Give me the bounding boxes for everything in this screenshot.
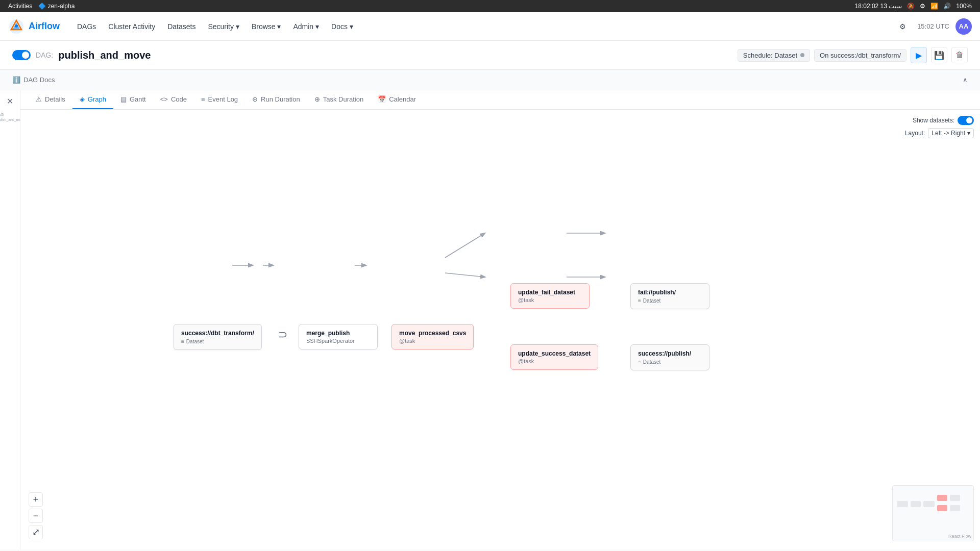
mini-node-7: [950, 505, 960, 511]
mini-map-label: React Flow: [948, 534, 971, 539]
gate-symbol: ⊃: [278, 328, 287, 341]
node-move-csvs-subtitle: @task: [399, 338, 466, 344]
nav-cluster-activity[interactable]: Cluster Activity: [103, 19, 160, 34]
mini-map: React Flow: [892, 485, 974, 541]
nav-avatar[interactable]: AA: [955, 18, 972, 35]
success-dataset-icon: ≡: [638, 359, 641, 365]
zoom-out-button[interactable]: −: [29, 509, 43, 523]
code-icon: <>: [160, 95, 168, 103]
node-dbt-transform-title: success://dbt_transform/: [181, 330, 254, 337]
info-icon: ℹ️: [12, 76, 20, 84]
calendar-icon: 📅: [378, 95, 386, 103]
layout-select[interactable]: Left -> Right ▾: [928, 128, 974, 138]
dag-toggle[interactable]: [12, 50, 31, 60]
tab-event-log[interactable]: ≡ Event Log: [194, 90, 245, 109]
dag-docs-collapse-icon[interactable]: ∧: [963, 76, 968, 84]
node-update-success[interactable]: update_success_dataset @task: [510, 344, 598, 370]
schedule-badge: Schedule: Dataset: [738, 49, 810, 62]
dag-content: ⚠ Details ◈ Graph ▤ Gantt <> Code ≡ Even…: [20, 90, 980, 549]
sidebar-indicator: ✕ DAG publish_and_move: [0, 90, 20, 549]
tab-details[interactable]: ⚠ Details: [29, 90, 72, 109]
brand-label: Airflow: [29, 21, 60, 32]
graph-icon: ◈: [80, 95, 85, 103]
tab-gantt[interactable]: ▤ Gantt: [113, 90, 153, 109]
nav-browse[interactable]: Browse ▾: [247, 19, 286, 34]
node-fail-publish[interactable]: fail://publish/ ≡ Dataset: [630, 283, 709, 309]
dag-docs-label: DAG Docs: [23, 76, 55, 84]
nav-admin[interactable]: Admin ▾: [288, 19, 324, 34]
tab-graph[interactable]: ◈ Graph: [72, 90, 113, 109]
node-update-fail[interactable]: update_fail_dataset @task: [510, 283, 590, 309]
activities-label: Activities: [8, 3, 32, 10]
os-wifi-icon: 📶: [930, 3, 938, 10]
nav-datasets[interactable]: Datasets: [162, 19, 201, 34]
os-bar: Activities 🔷 zen-alpha 18:02:02 13 سبت 🔕…: [0, 0, 980, 12]
tab-calendar-label: Calendar: [389, 95, 416, 103]
schedule-label: Schedule: Dataset: [743, 52, 797, 59]
tab-run-duration-label: Run Duration: [261, 95, 300, 103]
dag-header-right: Schedule: Dataset On success:/dbt_transf…: [738, 47, 968, 63]
dag-header: DAG: publish_and_move Schedule: Dataset …: [0, 41, 980, 70]
node-fail-publish-title: fail://publish/: [638, 289, 702, 296]
os-settings-icon: ⚙: [920, 3, 925, 10]
app-label: 🔷 zen-alpha: [38, 3, 75, 10]
details-icon: ⚠: [36, 95, 42, 103]
trigger-badge: On success:/dbt_transform/: [814, 49, 906, 62]
tab-task-duration-label: Task Duration: [323, 95, 363, 103]
node-dbt-transform-type: ≡ Dataset: [181, 339, 254, 344]
task-duration-icon: ⊕: [314, 95, 320, 103]
os-bar-left: Activities 🔷 zen-alpha: [8, 3, 75, 10]
run-button[interactable]: ▶: [911, 47, 927, 63]
tab-code-label: Code: [171, 95, 187, 103]
nav-right: ⚙ 15:02 UTC AA: [894, 18, 972, 35]
node-merge-publish-subtitle: SSHSparkOperator: [306, 338, 370, 344]
os-time: 18:02:02 13 سبت: [855, 3, 902, 10]
node-move-csvs[interactable]: move_processed_csvs @task: [391, 324, 474, 349]
mini-node-4: [937, 495, 947, 501]
run-duration-icon: ⊕: [252, 95, 258, 103]
mini-node-5: [950, 495, 960, 501]
node-update-fail-subtitle: @task: [518, 297, 582, 303]
dag-title-row: DAG: publish_and_move: [12, 49, 151, 61]
zoom-in-button[interactable]: +: [29, 492, 43, 507]
dag-docs-section: ℹ️ DAG Docs ∧: [0, 70, 980, 90]
close-panel-icon[interactable]: ✕: [7, 96, 13, 106]
graph-canvas: Show datasets: Layout: Left -> Right ▾: [20, 110, 980, 549]
nav-items: DAGs Cluster Activity Datasets Security …: [72, 19, 882, 34]
tab-details-label: Details: [45, 95, 65, 103]
delete-button[interactable]: 🗑: [951, 47, 968, 63]
mini-map-content: React Flow: [893, 486, 973, 541]
tab-task-duration[interactable]: ⊕ Task Duration: [307, 90, 371, 109]
node-merge-publish[interactable]: merge_publish SSHSparkOperator: [299, 324, 378, 349]
node-dbt-transform[interactable]: success://dbt_transform/ ≡ Dataset: [174, 324, 262, 350]
brand[interactable]: Airflow: [8, 18, 60, 35]
event-log-icon: ≡: [201, 95, 205, 103]
node-success-publish-type: ≡ Dataset: [638, 359, 702, 365]
nav-security[interactable]: Security ▾: [203, 19, 244, 34]
mini-node-6: [937, 505, 947, 511]
show-datasets-toggle[interactable]: [958, 116, 974, 125]
nav-time: 15:02 UTC: [917, 22, 949, 30]
tab-calendar[interactable]: 📅 Calendar: [371, 90, 423, 109]
dag-label: DAG:: [36, 51, 53, 59]
mini-node-3: [923, 501, 935, 507]
gantt-icon: ▤: [120, 95, 127, 103]
dag-docs-left: ℹ️ DAG Docs: [12, 76, 55, 84]
nav-dags[interactable]: DAGs: [72, 19, 101, 34]
node-fail-publish-type: ≡ Dataset: [638, 298, 702, 304]
tab-run-duration[interactable]: ⊕ Run Duration: [245, 90, 307, 109]
tab-code[interactable]: <> Code: [153, 90, 194, 109]
nav-docs[interactable]: Docs ▾: [326, 19, 358, 34]
tab-event-log-label: Event Log: [208, 95, 238, 103]
airflow-logo: [8, 18, 24, 35]
layout-row: Layout: Left -> Right ▾: [905, 128, 974, 138]
node-success-publish[interactable]: success://publish/ ≡ Dataset: [630, 344, 709, 370]
svg-point-3: [15, 24, 18, 28]
layout-value: Left -> Right: [932, 130, 965, 137]
node-update-fail-title: update_fail_dataset: [518, 289, 582, 296]
save-button[interactable]: 💾: [931, 47, 947, 63]
node-update-success-title: update_success_dataset: [518, 350, 591, 357]
nav-settings-icon[interactable]: ⚙: [894, 19, 911, 34]
zoom-fit-button[interactable]: ⤢: [29, 525, 43, 539]
layout-label: Layout:: [905, 130, 925, 137]
